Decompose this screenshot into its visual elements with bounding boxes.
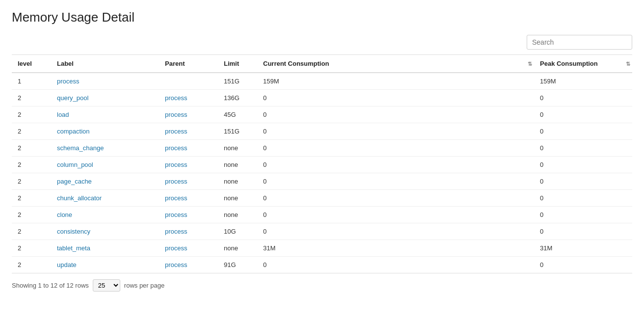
cell-peak: 0 xyxy=(534,90,632,107)
cell-limit: 45G xyxy=(218,107,257,123)
cell-limit: none xyxy=(218,173,257,190)
col-header-peak[interactable]: Peak Consumption xyxy=(534,55,632,73)
cell-label[interactable]: load xyxy=(51,107,159,123)
cell-level: 2 xyxy=(12,123,51,140)
cell-label[interactable]: process xyxy=(51,73,159,90)
table-row: 2tablet_metaprocessnone31M31M xyxy=(12,240,632,257)
cell-current: 0 xyxy=(257,257,534,273)
col-header-current[interactable]: Current Consumption xyxy=(257,55,534,73)
cell-label[interactable]: query_pool xyxy=(51,90,159,107)
cell-label[interactable]: update xyxy=(51,257,159,273)
cell-level: 2 xyxy=(12,190,51,207)
table-row: 2schema_changeprocessnone00 xyxy=(12,140,632,157)
table-row: 2updateprocess91G00 xyxy=(12,257,632,273)
cell-peak: 0 xyxy=(534,173,632,190)
cell-parent[interactable]: process xyxy=(159,257,218,273)
cell-level: 2 xyxy=(12,207,51,223)
cell-level: 2 xyxy=(12,223,51,240)
cell-parent[interactable]: process xyxy=(159,223,218,240)
col-header-limit: Limit xyxy=(218,55,257,73)
cell-current: 0 xyxy=(257,173,534,190)
cell-limit: none xyxy=(218,240,257,257)
cell-level: 2 xyxy=(12,257,51,273)
cell-label[interactable]: clone xyxy=(51,207,159,223)
rows-per-page-select[interactable]: 102550100 xyxy=(93,279,120,292)
table-row: 2query_poolprocess136G00 xyxy=(12,90,632,107)
cell-current: 0 xyxy=(257,207,534,223)
cell-peak: 31M xyxy=(534,240,632,257)
cell-current: 0 xyxy=(257,90,534,107)
cell-parent xyxy=(159,73,218,90)
cell-label[interactable]: tablet_meta xyxy=(51,240,159,257)
cell-peak: 0 xyxy=(534,123,632,140)
table-row: 1process151G159M159M xyxy=(12,73,632,90)
cell-level: 2 xyxy=(12,90,51,107)
cell-level: 2 xyxy=(12,157,51,173)
cell-peak: 0 xyxy=(534,207,632,223)
cell-limit: 91G xyxy=(218,257,257,273)
cell-peak: 0 xyxy=(534,107,632,123)
table-header-row: level Label Parent Limit Current Consump… xyxy=(12,55,632,73)
cell-parent[interactable]: process xyxy=(159,90,218,107)
cell-peak: 0 xyxy=(534,257,632,273)
table-row: 2compactionprocess151G00 xyxy=(12,123,632,140)
cell-level: 2 xyxy=(12,107,51,123)
cell-current: 0 xyxy=(257,157,534,173)
cell-level: 2 xyxy=(12,140,51,157)
table-row: 2chunk_allocatorprocessnone00 xyxy=(12,190,632,207)
table-row: 2loadprocess45G00 xyxy=(12,107,632,123)
cell-limit: 136G xyxy=(218,90,257,107)
cell-limit: 151G xyxy=(218,123,257,140)
cell-peak: 159M xyxy=(534,73,632,90)
cell-current: 0 xyxy=(257,223,534,240)
cell-peak: 0 xyxy=(534,157,632,173)
cell-level: 2 xyxy=(12,240,51,257)
cell-limit: none xyxy=(218,157,257,173)
cell-parent[interactable]: process xyxy=(159,107,218,123)
cell-peak: 0 xyxy=(534,190,632,207)
col-header-parent: Parent xyxy=(159,55,218,73)
cell-parent[interactable]: process xyxy=(159,140,218,157)
table-row: 2cloneprocessnone00 xyxy=(12,207,632,223)
cell-parent[interactable]: process xyxy=(159,157,218,173)
search-input[interactable] xyxy=(527,35,632,50)
cell-current: 0 xyxy=(257,190,534,207)
cell-current: 0 xyxy=(257,140,534,157)
cell-peak: 0 xyxy=(534,140,632,157)
cell-current: 0 xyxy=(257,107,534,123)
cell-current: 159M xyxy=(257,73,534,90)
rows-per-page-label: rows per page xyxy=(124,282,164,289)
cell-level: 2 xyxy=(12,173,51,190)
cell-limit: 151G xyxy=(218,73,257,90)
table-row: 2page_cacheprocessnone00 xyxy=(12,173,632,190)
memory-usage-table: level Label Parent Limit Current Consump… xyxy=(12,54,632,273)
cell-label[interactable]: page_cache xyxy=(51,173,159,190)
cell-level: 1 xyxy=(12,73,51,90)
cell-parent[interactable]: process xyxy=(159,240,218,257)
page-title: Memory Usage Detail xyxy=(12,10,632,25)
table-row: 2column_poolprocessnone00 xyxy=(12,157,632,173)
cell-limit: 10G xyxy=(218,223,257,240)
cell-label[interactable]: chunk_allocator xyxy=(51,190,159,207)
table-row: 2consistencyprocess10G00 xyxy=(12,223,632,240)
cell-parent[interactable]: process xyxy=(159,123,218,140)
cell-limit: none xyxy=(218,190,257,207)
cell-limit: none xyxy=(218,140,257,157)
col-header-label: Label xyxy=(51,55,159,73)
cell-current: 0 xyxy=(257,123,534,140)
cell-parent[interactable]: process xyxy=(159,207,218,223)
cell-current: 31M xyxy=(257,240,534,257)
cell-limit: none xyxy=(218,207,257,223)
cell-peak: 0 xyxy=(534,223,632,240)
cell-label[interactable]: consistency xyxy=(51,223,159,240)
cell-label[interactable]: schema_change xyxy=(51,140,159,157)
cell-label[interactable]: column_pool xyxy=(51,157,159,173)
pagination-info: Showing 1 to 12 of 12 rows xyxy=(12,282,89,289)
col-header-level: level xyxy=(12,55,51,73)
cell-label[interactable]: compaction xyxy=(51,123,159,140)
cell-parent[interactable]: process xyxy=(159,173,218,190)
cell-parent[interactable]: process xyxy=(159,190,218,207)
